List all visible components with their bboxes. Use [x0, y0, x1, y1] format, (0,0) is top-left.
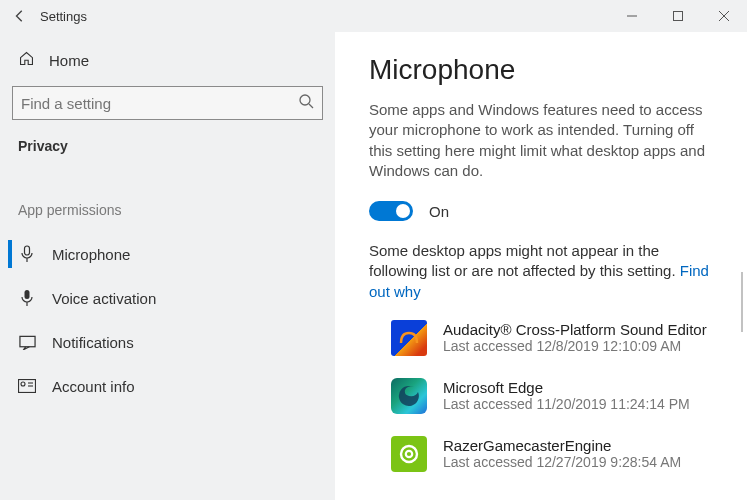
page-title: Microphone [369, 54, 713, 86]
svg-point-15 [401, 446, 417, 462]
sidebar: Home Privacy App permissions Microphone [0, 32, 335, 500]
sidebar-item-notifications[interactable]: Notifications [8, 320, 327, 364]
app-icon-edge [391, 378, 427, 414]
section-label: Privacy [8, 134, 327, 172]
minimize-icon [627, 11, 637, 21]
sidebar-item-label: Account info [52, 378, 135, 395]
arrow-left-icon [13, 9, 27, 23]
svg-point-12 [21, 382, 25, 386]
app-last-accessed: Last accessed 12/8/2019 12:10:09 AM [443, 338, 707, 354]
sidebar-item-account-info[interactable]: Account info [8, 364, 327, 408]
svg-rect-6 [25, 246, 30, 255]
app-name: Microsoft Edge [443, 379, 690, 396]
close-button[interactable] [701, 0, 747, 32]
search-icon [298, 93, 314, 113]
app-icon-audacity [391, 320, 427, 356]
svg-line-5 [309, 104, 313, 108]
home-label: Home [49, 52, 89, 69]
app-name: Audacity® Cross-Platform Sound Editor [443, 321, 707, 338]
note-text: Some desktop apps might not appear in th… [369, 241, 713, 302]
app-row: RazerGamecasterEngine Last accessed 12/2… [391, 436, 713, 472]
titlebar: Settings [0, 0, 747, 32]
app-icon-razer [391, 436, 427, 472]
content-pane: Microphone Some apps and Windows feature… [335, 32, 747, 500]
home-link[interactable]: Home [8, 42, 327, 78]
app-row: Audacity® Cross-Platform Sound Editor La… [391, 320, 713, 356]
sidebar-item-microphone[interactable]: Microphone [8, 232, 327, 276]
microphone-icon [18, 245, 36, 263]
window-title: Settings [40, 9, 87, 24]
scrollbar[interactable] [737, 32, 747, 500]
microphone-toggle[interactable] [369, 201, 413, 221]
sidebar-item-label: Microphone [52, 246, 130, 263]
description-text: Some apps and Windows features need to a… [369, 100, 713, 181]
svg-rect-10 [19, 336, 34, 346]
svg-point-16 [406, 451, 412, 457]
sidebar-item-voice-activation[interactable]: Voice activation [8, 276, 327, 320]
app-last-accessed: Last accessed 12/27/2019 9:28:54 AM [443, 454, 681, 470]
scrollbar-thumb[interactable] [741, 272, 743, 332]
svg-point-4 [300, 95, 310, 105]
sidebar-item-label: Notifications [52, 334, 134, 351]
search-input-container[interactable] [12, 86, 323, 120]
maximize-icon [673, 11, 683, 21]
app-row: Microsoft Edge Last accessed 11/20/2019 … [391, 378, 713, 414]
back-button[interactable] [0, 0, 40, 32]
toggle-knob [396, 204, 410, 218]
sub-section-label: App permissions [8, 172, 327, 232]
sidebar-item-label: Voice activation [52, 290, 156, 307]
svg-rect-1 [674, 12, 683, 21]
app-name: RazerGamecasterEngine [443, 437, 681, 454]
account-icon [18, 379, 36, 393]
notifications-icon [18, 335, 36, 350]
search-input[interactable] [21, 95, 298, 112]
voice-icon [18, 289, 36, 307]
close-icon [719, 11, 729, 21]
minimize-button[interactable] [609, 0, 655, 32]
svg-rect-8 [25, 290, 30, 299]
maximize-button[interactable] [655, 0, 701, 32]
toggle-state-label: On [429, 203, 449, 220]
app-last-accessed: Last accessed 11/20/2019 11:24:14 PM [443, 396, 690, 412]
home-icon [18, 50, 35, 70]
